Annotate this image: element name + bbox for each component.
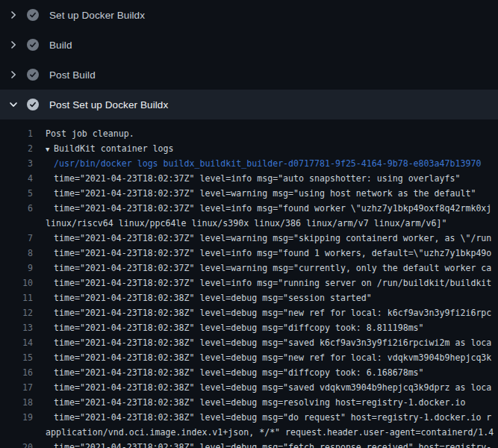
line-number[interactable]: 19 <box>0 410 33 425</box>
line-number[interactable]: 16 <box>0 365 33 380</box>
chevron-right-icon <box>7 69 19 81</box>
line-number[interactable]: 4 <box>0 171 33 186</box>
log-row: linux/riscv64 linux/ppc64le linux/s390x … <box>0 216 498 231</box>
log-row: 14time="2021-04-23T18:02:38Z" level=debu… <box>0 335 498 350</box>
check-circle-icon <box>27 69 39 81</box>
step-label: Post Set up Docker Buildx <box>49 99 168 111</box>
log-row: 18time="2021-04-23T18:02:38Z" level=debu… <box>0 395 498 410</box>
line-number[interactable]: 8 <box>0 246 33 261</box>
log-text: time="2021-04-23T18:02:37Z" level=info m… <box>54 173 460 184</box>
check-circle-icon <box>27 9 39 21</box>
log-text: time="2021-04-23T18:02:37Z" level=info m… <box>54 248 491 258</box>
log-row: 12time="2021-04-23T18:02:38Z" level=debu… <box>0 305 498 320</box>
log-row: 4time="2021-04-23T18:02:37Z" level=info … <box>0 171 498 186</box>
log-row: 2▼BuildKit container logs <box>0 141 498 156</box>
step-row-build[interactable]: Build <box>0 30 498 60</box>
log-text: time="2021-04-23T18:02:38Z" level=debug … <box>54 442 491 448</box>
step-row-post-set-up-docker-buildx[interactable]: Post Set up Docker Buildx <box>0 90 498 119</box>
line-number[interactable]: 18 <box>0 395 33 410</box>
line-number[interactable]: 12 <box>0 305 33 320</box>
line-number[interactable]: 2 <box>0 141 33 156</box>
log-text: application/vnd.oci.image.index.v1+json,… <box>46 427 494 438</box>
log-text: time="2021-04-23T18:02:37Z" level=info m… <box>54 278 491 288</box>
line-number[interactable]: 3 <box>0 156 33 171</box>
log-row: 19time="2021-04-23T18:02:38Z" level=debu… <box>0 410 498 425</box>
log-row: 16time="2021-04-23T18:02:38Z" level=debu… <box>0 365 498 380</box>
step-row-post-build[interactable]: Post Build <box>0 60 498 90</box>
log-area: 1Post job cleanup.2▼BuildKit container l… <box>0 119 498 448</box>
log-text: time="2021-04-23T18:02:38Z" level=debug … <box>54 308 491 318</box>
line-number[interactable]: 10 <box>0 276 33 290</box>
line-number[interactable]: 13 <box>0 320 33 335</box>
line-number[interactable]: 15 <box>0 350 33 365</box>
step-row-set-up-docker-buildx[interactable]: Set up Docker Buildx <box>0 0 498 30</box>
log-row: 3/usr/bin/docker logs buildx_buildkit_bu… <box>0 156 498 171</box>
line-number[interactable]: 17 <box>0 380 33 395</box>
line-number[interactable]: 20 <box>0 440 33 448</box>
line-number[interactable]: 11 <box>0 290 33 305</box>
log-group-title[interactable]: BuildKit container logs <box>54 143 174 154</box>
check-circle-icon <box>27 39 39 51</box>
log-row: 9time="2021-04-23T18:02:37Z" level=warni… <box>0 261 498 276</box>
log-row: 7time="2021-04-23T18:02:37Z" level=warni… <box>0 231 498 246</box>
log-text: linux/riscv64 linux/ppc64le linux/s390x … <box>46 218 446 228</box>
log-text: time="2021-04-23T18:02:38Z" level=debug … <box>54 382 491 393</box>
step-label: Post Build <box>49 69 96 81</box>
line-number[interactable]: 9 <box>0 261 33 276</box>
log-row: 15time="2021-04-23T18:02:38Z" level=debu… <box>0 350 498 365</box>
log-text: time="2021-04-23T18:02:38Z" level=debug … <box>54 367 424 378</box>
line-number[interactable]: 6 <box>0 201 33 216</box>
log-row: 13time="2021-04-23T18:02:38Z" level=debu… <box>0 320 498 335</box>
log-text: time="2021-04-23T18:02:37Z" level=info m… <box>54 203 491 214</box>
chevron-down-icon <box>7 99 19 111</box>
log-text: time="2021-04-23T18:02:37Z" level=warnin… <box>54 233 491 243</box>
step-label: Build <box>49 40 72 51</box>
log-row: 11time="2021-04-23T18:02:38Z" level=debu… <box>0 290 498 305</box>
log-group-line: ▼BuildKit container logs <box>46 141 174 157</box>
steps-list: Set up Docker BuildxBuildPost BuildPost … <box>0 0 498 119</box>
line-number[interactable]: 7 <box>0 231 33 246</box>
log-text: time="2021-04-23T18:02:38Z" level=debug … <box>54 352 491 363</box>
chevron-right-icon <box>7 39 19 51</box>
log-text: time="2021-04-23T18:02:38Z" level=debug … <box>54 293 372 303</box>
check-circle-icon <box>27 99 39 111</box>
log-text: time="2021-04-23T18:02:38Z" level=debug … <box>54 397 465 408</box>
log-row: 10time="2021-04-23T18:02:37Z" level=info… <box>0 276 498 290</box>
log-text: time="2021-04-23T18:02:38Z" level=debug … <box>54 412 491 423</box>
step-label: Set up Docker Buildx <box>49 10 145 21</box>
line-number[interactable]: 14 <box>0 335 33 350</box>
log-row: 5time="2021-04-23T18:02:37Z" level=warni… <box>0 186 498 201</box>
log-text: Post job cleanup. <box>46 128 134 139</box>
chevron-right-icon <box>7 9 19 21</box>
line-number[interactable]: 5 <box>0 186 33 201</box>
log-text: time="2021-04-23T18:02:37Z" level=warnin… <box>54 188 476 199</box>
log-command-text: /usr/bin/docker logs buildx_buildkit_bui… <box>54 158 481 169</box>
log-text: time="2021-04-23T18:02:38Z" level=debug … <box>54 323 424 333</box>
log-row: 6time="2021-04-23T18:02:37Z" level=info … <box>0 201 498 216</box>
log-row: 8time="2021-04-23T18:02:37Z" level=info … <box>0 246 498 261</box>
log-row: 20time="2021-04-23T18:02:38Z" level=debu… <box>0 440 498 448</box>
triangle-down-icon[interactable]: ▼ <box>46 142 54 157</box>
log-text: time="2021-04-23T18:02:38Z" level=debug … <box>54 337 491 348</box>
log-text: time="2021-04-23T18:02:37Z" level=warnin… <box>54 263 491 273</box>
line-number[interactable]: 1 <box>0 126 33 141</box>
log-row: 17time="2021-04-23T18:02:38Z" level=debu… <box>0 380 498 395</box>
log-row: 1Post job cleanup. <box>0 126 498 141</box>
log-row: application/vnd.oci.image.index.v1+json,… <box>0 425 498 440</box>
